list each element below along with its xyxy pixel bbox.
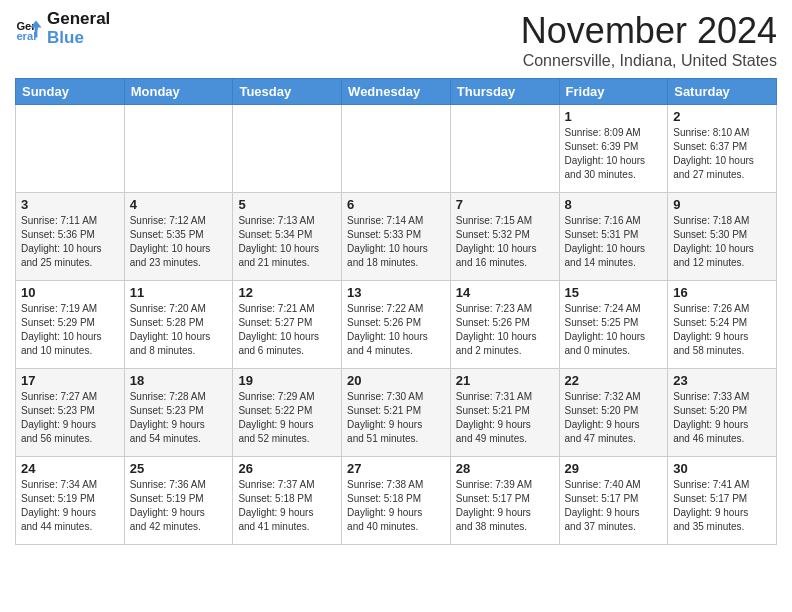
day-number: 9 [673, 197, 771, 212]
day-info: Sunrise: 7:11 AM Sunset: 5:36 PM Dayligh… [21, 214, 119, 270]
day-number: 23 [673, 373, 771, 388]
weekday-header: Sunday [16, 79, 125, 105]
calendar-cell: 27Sunrise: 7:38 AM Sunset: 5:18 PM Dayli… [342, 457, 451, 545]
weekday-header: Friday [559, 79, 668, 105]
calendar-cell [450, 105, 559, 193]
calendar-cell: 17Sunrise: 7:27 AM Sunset: 5:23 PM Dayli… [16, 369, 125, 457]
calendar-cell: 13Sunrise: 7:22 AM Sunset: 5:26 PM Dayli… [342, 281, 451, 369]
calendar-table: SundayMondayTuesdayWednesdayThursdayFrid… [15, 78, 777, 545]
day-number: 4 [130, 197, 228, 212]
calendar-cell: 16Sunrise: 7:26 AM Sunset: 5:24 PM Dayli… [668, 281, 777, 369]
calendar-week-row: 24Sunrise: 7:34 AM Sunset: 5:19 PM Dayli… [16, 457, 777, 545]
weekday-header: Monday [124, 79, 233, 105]
calendar-cell [16, 105, 125, 193]
day-info: Sunrise: 7:33 AM Sunset: 5:20 PM Dayligh… [673, 390, 771, 446]
day-info: Sunrise: 7:23 AM Sunset: 5:26 PM Dayligh… [456, 302, 554, 358]
calendar-cell: 19Sunrise: 7:29 AM Sunset: 5:22 PM Dayli… [233, 369, 342, 457]
day-number: 30 [673, 461, 771, 476]
calendar-header-row: SundayMondayTuesdayWednesdayThursdayFrid… [16, 79, 777, 105]
day-info: Sunrise: 7:40 AM Sunset: 5:17 PM Dayligh… [565, 478, 663, 534]
svg-text:eral: eral [16, 30, 36, 42]
calendar-cell: 23Sunrise: 7:33 AM Sunset: 5:20 PM Dayli… [668, 369, 777, 457]
day-info: Sunrise: 7:12 AM Sunset: 5:35 PM Dayligh… [130, 214, 228, 270]
day-number: 1 [565, 109, 663, 124]
day-number: 29 [565, 461, 663, 476]
day-info: Sunrise: 7:36 AM Sunset: 5:19 PM Dayligh… [130, 478, 228, 534]
calendar-cell: 4Sunrise: 7:12 AM Sunset: 5:35 PM Daylig… [124, 193, 233, 281]
month-title: November 2024 [521, 10, 777, 52]
day-number: 26 [238, 461, 336, 476]
calendar-cell: 14Sunrise: 7:23 AM Sunset: 5:26 PM Dayli… [450, 281, 559, 369]
calendar-cell: 7Sunrise: 7:15 AM Sunset: 5:32 PM Daylig… [450, 193, 559, 281]
day-info: Sunrise: 7:31 AM Sunset: 5:21 PM Dayligh… [456, 390, 554, 446]
day-number: 11 [130, 285, 228, 300]
calendar-cell: 29Sunrise: 7:40 AM Sunset: 5:17 PM Dayli… [559, 457, 668, 545]
day-info: Sunrise: 7:41 AM Sunset: 5:17 PM Dayligh… [673, 478, 771, 534]
weekday-header: Thursday [450, 79, 559, 105]
day-info: Sunrise: 8:10 AM Sunset: 6:37 PM Dayligh… [673, 126, 771, 182]
day-info: Sunrise: 7:26 AM Sunset: 5:24 PM Dayligh… [673, 302, 771, 358]
calendar-week-row: 17Sunrise: 7:27 AM Sunset: 5:23 PM Dayli… [16, 369, 777, 457]
calendar-cell: 9Sunrise: 7:18 AM Sunset: 5:30 PM Daylig… [668, 193, 777, 281]
day-number: 5 [238, 197, 336, 212]
calendar-week-row: 10Sunrise: 7:19 AM Sunset: 5:29 PM Dayli… [16, 281, 777, 369]
calendar-cell [233, 105, 342, 193]
weekday-header: Wednesday [342, 79, 451, 105]
day-number: 28 [456, 461, 554, 476]
calendar-cell: 24Sunrise: 7:34 AM Sunset: 5:19 PM Dayli… [16, 457, 125, 545]
day-number: 19 [238, 373, 336, 388]
calendar-cell: 12Sunrise: 7:21 AM Sunset: 5:27 PM Dayli… [233, 281, 342, 369]
day-number: 13 [347, 285, 445, 300]
calendar-cell: 26Sunrise: 7:37 AM Sunset: 5:18 PM Dayli… [233, 457, 342, 545]
day-info: Sunrise: 7:14 AM Sunset: 5:33 PM Dayligh… [347, 214, 445, 270]
calendar-cell: 21Sunrise: 7:31 AM Sunset: 5:21 PM Dayli… [450, 369, 559, 457]
day-number: 6 [347, 197, 445, 212]
logo-blue: Blue [47, 29, 110, 48]
day-info: Sunrise: 7:19 AM Sunset: 5:29 PM Dayligh… [21, 302, 119, 358]
day-info: Sunrise: 7:27 AM Sunset: 5:23 PM Dayligh… [21, 390, 119, 446]
day-number: 7 [456, 197, 554, 212]
day-info: Sunrise: 7:30 AM Sunset: 5:21 PM Dayligh… [347, 390, 445, 446]
day-number: 3 [21, 197, 119, 212]
day-info: Sunrise: 7:18 AM Sunset: 5:30 PM Dayligh… [673, 214, 771, 270]
day-number: 12 [238, 285, 336, 300]
day-info: Sunrise: 7:28 AM Sunset: 5:23 PM Dayligh… [130, 390, 228, 446]
day-number: 10 [21, 285, 119, 300]
calendar-cell: 8Sunrise: 7:16 AM Sunset: 5:31 PM Daylig… [559, 193, 668, 281]
day-info: Sunrise: 7:37 AM Sunset: 5:18 PM Dayligh… [238, 478, 336, 534]
day-info: Sunrise: 7:32 AM Sunset: 5:20 PM Dayligh… [565, 390, 663, 446]
calendar-cell: 5Sunrise: 7:13 AM Sunset: 5:34 PM Daylig… [233, 193, 342, 281]
day-number: 20 [347, 373, 445, 388]
location-title: Connersville, Indiana, United States [521, 52, 777, 70]
weekday-header: Saturday [668, 79, 777, 105]
calendar-cell: 22Sunrise: 7:32 AM Sunset: 5:20 PM Dayli… [559, 369, 668, 457]
day-number: 8 [565, 197, 663, 212]
day-info: Sunrise: 7:34 AM Sunset: 5:19 PM Dayligh… [21, 478, 119, 534]
day-info: Sunrise: 7:38 AM Sunset: 5:18 PM Dayligh… [347, 478, 445, 534]
logo-icon: Gen eral [15, 15, 43, 43]
calendar-cell [124, 105, 233, 193]
day-info: Sunrise: 7:15 AM Sunset: 5:32 PM Dayligh… [456, 214, 554, 270]
day-info: Sunrise: 7:16 AM Sunset: 5:31 PM Dayligh… [565, 214, 663, 270]
calendar-week-row: 3Sunrise: 7:11 AM Sunset: 5:36 PM Daylig… [16, 193, 777, 281]
calendar-cell: 1Sunrise: 8:09 AM Sunset: 6:39 PM Daylig… [559, 105, 668, 193]
calendar-cell: 10Sunrise: 7:19 AM Sunset: 5:29 PM Dayli… [16, 281, 125, 369]
day-number: 21 [456, 373, 554, 388]
calendar-cell: 3Sunrise: 7:11 AM Sunset: 5:36 PM Daylig… [16, 193, 125, 281]
day-number: 18 [130, 373, 228, 388]
day-number: 2 [673, 109, 771, 124]
day-info: Sunrise: 7:21 AM Sunset: 5:27 PM Dayligh… [238, 302, 336, 358]
day-info: Sunrise: 7:29 AM Sunset: 5:22 PM Dayligh… [238, 390, 336, 446]
day-number: 25 [130, 461, 228, 476]
day-number: 17 [21, 373, 119, 388]
day-info: Sunrise: 8:09 AM Sunset: 6:39 PM Dayligh… [565, 126, 663, 182]
calendar-cell: 18Sunrise: 7:28 AM Sunset: 5:23 PM Dayli… [124, 369, 233, 457]
calendar-cell: 20Sunrise: 7:30 AM Sunset: 5:21 PM Dayli… [342, 369, 451, 457]
calendar-cell [342, 105, 451, 193]
page-header: Gen eral General Blue November 2024 Conn… [15, 10, 777, 70]
calendar-cell: 28Sunrise: 7:39 AM Sunset: 5:17 PM Dayli… [450, 457, 559, 545]
day-number: 27 [347, 461, 445, 476]
day-info: Sunrise: 7:39 AM Sunset: 5:17 PM Dayligh… [456, 478, 554, 534]
calendar-cell: 15Sunrise: 7:24 AM Sunset: 5:25 PM Dayli… [559, 281, 668, 369]
day-number: 15 [565, 285, 663, 300]
